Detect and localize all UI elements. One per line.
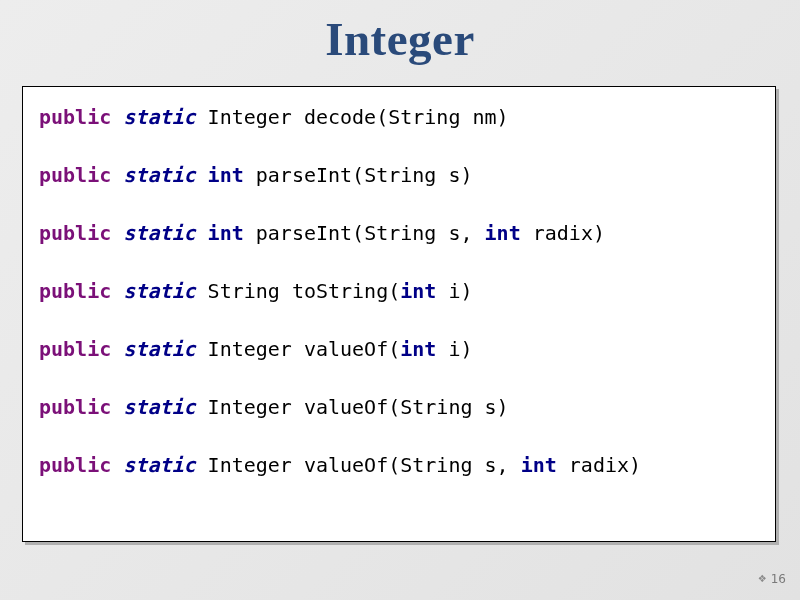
bullet-icon: ❖ [758, 573, 771, 584]
page-title: Integer [0, 0, 800, 66]
code-block: public static Integer decode(String nm) … [23, 87, 775, 496]
slide: Integer public static Integer decode(Str… [0, 0, 800, 600]
code-frame: public static Integer decode(String nm) … [22, 86, 776, 542]
page-number-value: 16 [771, 572, 786, 586]
page-number: ❖16 [758, 572, 786, 586]
